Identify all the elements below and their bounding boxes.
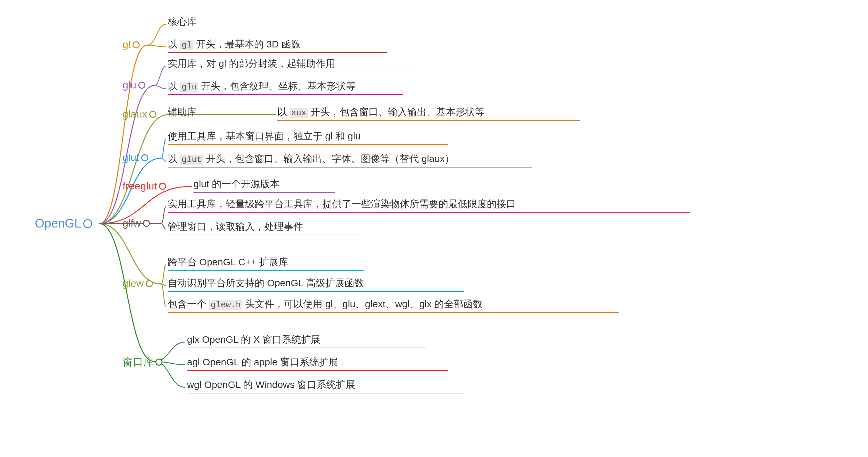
branch-node-glu: glu xyxy=(123,79,146,91)
leaf-text-window-2: wgl OpenGL 的 Windows 窗口系统扩展 xyxy=(187,378,355,392)
leaf-text-window-1: agl OpenGL 的 apple 窗口系统扩展 xyxy=(187,356,338,369)
branch-label-freeglut: freeglut xyxy=(123,180,157,192)
root-label: OpenGL xyxy=(35,217,81,230)
branch-circle-gl xyxy=(132,41,140,49)
branch-label-glut: glut xyxy=(123,152,139,164)
branch-node-glew: glew xyxy=(123,278,153,289)
branch-circle-glaux xyxy=(149,111,156,118)
branch-label-gl: gl xyxy=(123,39,131,51)
branch-circle-freeglut xyxy=(159,183,166,190)
leaf-text-window-0: glx OpenGL 的 X 窗口系统扩展 xyxy=(187,333,320,346)
leaf-text-gl-0: 核心库 xyxy=(168,15,197,28)
leaf-text-glut-0: 使用工具库，基本窗口界面，独立于 gl 和 glu xyxy=(168,130,361,143)
branch-label-glfw: glfw xyxy=(123,217,141,229)
leaf-text-glew-2: 包含一个 glew.h 头文件，可以使用 gl、glu、glext、wgl、gl… xyxy=(168,297,483,311)
root-circle xyxy=(83,219,92,228)
leaf-text-glew-1: 自动识别平台所支持的 OpenGL 高级扩展函数 xyxy=(168,277,364,290)
mindmap: OpenGLgl核心库以 gl 开头，最基本的 3D 函数glu实用库，对 gl… xyxy=(0,0,868,457)
branch-label-glew: glew xyxy=(123,278,144,289)
branch-circle-glut xyxy=(141,154,148,161)
branch-label-glaux: glaux xyxy=(123,108,147,120)
branch-circle-window xyxy=(155,359,162,366)
branch-circle-glfw xyxy=(143,220,150,227)
branch-circle-glu xyxy=(138,82,146,89)
leaf-text-glut-1: 以 glut 开头，包含窗口、输入输出、字体、图像等（替代 glaux） xyxy=(168,152,454,166)
leaf-text-glfw-1: 管理窗口，读取输入，处理事件 xyxy=(168,220,303,233)
leaf-text-glu-1: 以 glu 开头，包含纹理、坐标、基本形状等 xyxy=(168,80,356,93)
leaf-text-glaux-1: 以 aux 开头，包含窗口、输入输出、基本形状等 xyxy=(277,106,485,119)
leaf-text-glaux-0: 辅助库 xyxy=(168,106,197,119)
branch-label-glu: glu xyxy=(123,79,136,91)
branch-node-gl: gl xyxy=(123,39,140,51)
branch-node-glaux: glaux xyxy=(123,108,156,120)
leaf-text-freeglut-0: glut 的一个开源版本 xyxy=(193,177,280,191)
branch-node-glut: glut xyxy=(123,152,148,164)
leaf-text-glew-0: 跨平台 OpenGL C++ 扩展库 xyxy=(168,256,288,269)
branch-label-window: 窗口库 xyxy=(123,355,153,369)
leaf-text-gl-1: 以 gl 开头，最基本的 3D 函数 xyxy=(168,38,301,51)
leaf-text-glu-0: 实用库，对 gl 的部分封装，起辅助作用 xyxy=(168,57,335,70)
branch-circle-glew xyxy=(146,280,153,287)
branch-node-glfw: glfw xyxy=(123,217,150,229)
root-node: OpenGL xyxy=(35,217,92,230)
branch-node-window: 窗口库 xyxy=(123,355,162,369)
branch-node-freeglut: freeglut xyxy=(123,180,166,192)
leaf-text-glfw-0: 实用工具库，轻量级跨平台工具库，提供了一些渲染物体所需要的最低限度的接口 xyxy=(168,198,516,211)
